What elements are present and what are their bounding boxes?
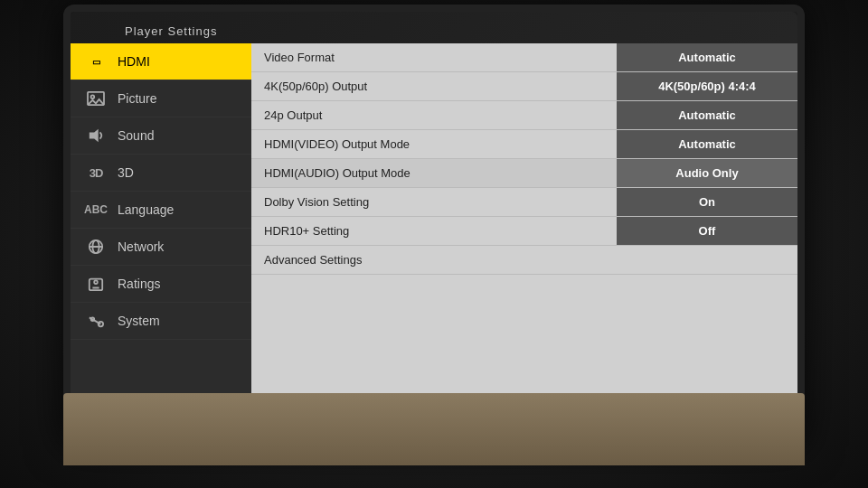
label-hdr10: HDR10+ Setting <box>251 217 617 245</box>
tv-screen: Player Settings ▭ HDMI <box>71 12 797 440</box>
main-settings: Video Format Automatic 4K(50p/60p) Outpu… <box>251 43 797 440</box>
label-dolby: Dolby Vision Setting <box>251 188 617 216</box>
settings-row-hdr10[interactable]: HDR10+ Setting Off <box>251 217 797 246</box>
tv-stand <box>63 393 805 465</box>
value-24p-output: Automatic <box>617 101 797 129</box>
label-advanced: Advanced Settings <box>251 246 797 274</box>
sidebar-label-picture: Picture <box>118 91 157 106</box>
language-icon: ABC <box>83 200 108 220</box>
sidebar-label-system: System <box>118 314 160 328</box>
sidebar-label-network: Network <box>118 239 164 254</box>
label-video-format: Video Format <box>251 43 617 71</box>
value-hdr10: Off <box>617 217 797 245</box>
label-24p-output: 24p Output <box>251 101 617 129</box>
label-hdmi-video: HDMI(VIDEO) Output Mode <box>251 130 617 158</box>
svg-marker-2 <box>90 129 99 142</box>
sidebar-item-hdmi[interactable]: ▭ HDMI <box>71 43 251 80</box>
sidebar-label-3d: 3D <box>118 165 134 180</box>
sidebar-item-network[interactable]: Network <box>71 229 251 266</box>
settings-row-dolby[interactable]: Dolby Vision Setting On <box>251 188 797 217</box>
label-4k-output: 4K(50p/60p) Output <box>251 72 617 100</box>
content-area: ▭ HDMI <box>71 43 797 440</box>
page-header: Player Settings <box>71 12 797 43</box>
svg-point-7 <box>94 280 98 284</box>
value-hdmi-video: Automatic <box>617 130 797 158</box>
network-icon <box>83 237 108 257</box>
settings-row-4k-output[interactable]: 4K(50p/60p) Output 4K(50p/60p) 4:4:4 <box>251 72 797 101</box>
sidebar-item-system[interactable]: System <box>71 303 251 340</box>
settings-list: Video Format Automatic 4K(50p/60p) Outpu… <box>251 43 797 275</box>
settings-row-hdmi-video[interactable]: HDMI(VIDEO) Output Mode Automatic <box>251 130 797 159</box>
tv-frame: Player Settings ▭ HDMI <box>63 5 805 447</box>
ratings-icon <box>83 274 108 294</box>
ui-area: Player Settings ▭ HDMI <box>71 12 797 440</box>
picture-icon <box>83 89 108 108</box>
settings-row-video-format[interactable]: Video Format Automatic <box>251 43 797 72</box>
sidebar-item-language[interactable]: ABC Language <box>71 192 251 229</box>
sidebar-item-ratings[interactable]: Ratings <box>71 266 251 303</box>
sidebar: ▭ HDMI <box>71 43 251 440</box>
value-dolby: On <box>617 188 797 216</box>
value-video-format: Automatic <box>617 43 797 71</box>
3d-icon: 3D <box>83 163 108 183</box>
sidebar-label-language: Language <box>118 202 174 217</box>
settings-row-24p-output[interactable]: 24p Output Automatic <box>251 101 797 130</box>
system-icon <box>83 311 108 331</box>
sidebar-item-sound[interactable]: Sound <box>71 117 251 155</box>
settings-row-advanced[interactable]: Advanced Settings <box>251 246 797 275</box>
sidebar-label-hdmi: HDMI <box>118 54 150 69</box>
hdmi-icon: ▭ <box>83 52 108 71</box>
value-4k-output: 4K(50p/60p) 4:4:4 <box>617 72 797 100</box>
value-hdmi-audio: Audio Only <box>617 159 797 187</box>
page-title: Player Settings <box>125 24 217 38</box>
sidebar-label-sound: Sound <box>118 128 154 143</box>
sound-icon <box>83 126 108 145</box>
svg-point-1 <box>91 95 95 99</box>
sidebar-item-3d[interactable]: 3D 3D <box>71 155 251 192</box>
label-hdmi-audio: HDMI(AUDIO) Output Mode <box>251 159 617 187</box>
settings-row-hdmi-audio[interactable]: HDMI(AUDIO) Output Mode Audio Only <box>251 159 797 188</box>
sidebar-label-ratings: Ratings <box>118 277 160 291</box>
sidebar-item-picture[interactable]: Picture <box>71 80 251 117</box>
